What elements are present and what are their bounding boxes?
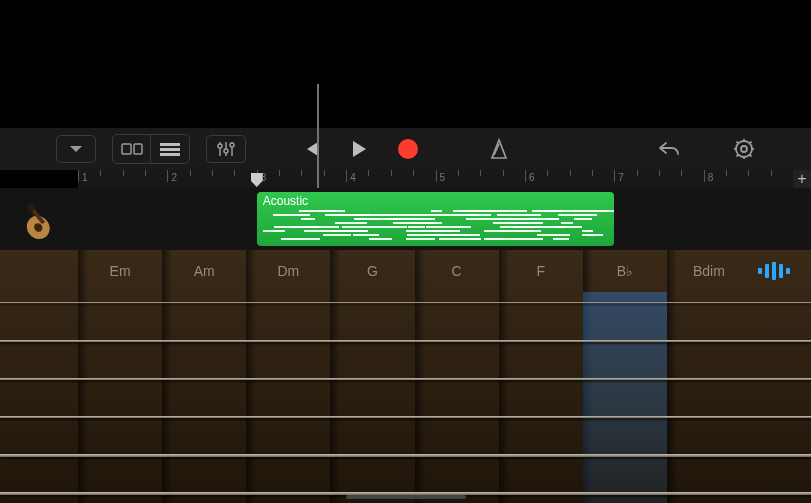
svg-line-18 [737, 142, 739, 144]
track-header-guitar[interactable] [0, 188, 78, 250]
chord-label: C [452, 263, 462, 279]
chord-button-f[interactable]: F [499, 250, 583, 292]
svg-line-20 [750, 142, 752, 144]
chord-label: Em [110, 263, 131, 279]
guitar-icon [11, 191, 67, 247]
chord-label: Dm [277, 263, 299, 279]
chord-button-am[interactable]: Am [162, 250, 246, 292]
chord-label: G [367, 263, 378, 279]
svg-rect-2 [160, 143, 180, 146]
chord-label: Am [194, 263, 215, 279]
instrument-view-button[interactable] [113, 135, 151, 163]
metronome-button[interactable] [488, 138, 510, 160]
play-button[interactable] [350, 139, 368, 159]
string-3[interactable] [0, 378, 811, 380]
chord-label: F [536, 263, 545, 279]
toolbar [0, 128, 811, 170]
bar-number: 8 [708, 172, 714, 183]
tracks-view-button[interactable] [151, 135, 189, 163]
bar-number: 7 [618, 172, 624, 183]
string-1[interactable] [0, 302, 811, 303]
svg-point-10 [230, 143, 234, 147]
chord-strip: EmAmDmGCFB♭Bdim [0, 250, 811, 292]
track-controls-button[interactable] [206, 135, 246, 163]
chord-button-bdim[interactable]: Bdim [667, 250, 751, 292]
chord-strip-spacer [0, 250, 78, 292]
settings-button[interactable] [733, 138, 755, 160]
browser-menu-button[interactable] [56, 135, 96, 163]
transport-controls [302, 138, 510, 160]
midi-region-acoustic[interactable]: Acoustic [257, 192, 615, 246]
home-indicator [346, 495, 466, 499]
chord-button-em[interactable]: Em [78, 250, 162, 292]
chord-button-g[interactable]: G [330, 250, 414, 292]
undo-button[interactable] [657, 139, 681, 159]
chord-label: Bdim [693, 263, 725, 279]
fretboard: EmAmDmGCFB♭Bdim [0, 250, 811, 503]
svg-line-19 [750, 155, 752, 157]
add-section-button[interactable]: + [793, 170, 811, 188]
track-area: Acoustic [0, 188, 811, 250]
string-4[interactable] [0, 416, 811, 418]
midi-notes-preview [263, 210, 609, 242]
svg-point-8 [224, 149, 228, 153]
region-label: Acoustic [263, 194, 308, 208]
active-chord-highlight [583, 292, 667, 503]
timeline-ruler[interactable]: 12345678 [78, 170, 793, 188]
bar-number: 2 [171, 172, 177, 183]
svg-line-21 [737, 155, 739, 157]
record-icon [398, 139, 418, 159]
record-button[interactable] [398, 139, 418, 159]
svg-rect-3 [160, 148, 180, 151]
svg-point-6 [218, 144, 222, 148]
view-switcher [112, 134, 190, 164]
chord-button-dm[interactable]: Dm [246, 250, 330, 292]
svg-point-13 [741, 146, 747, 152]
chord-button-c[interactable]: C [415, 250, 499, 292]
string-2[interactable] [0, 340, 811, 342]
svg-rect-1 [134, 144, 142, 154]
svg-rect-4 [160, 153, 180, 156]
bar-number: 6 [529, 172, 535, 183]
bar-number: 1 [82, 172, 88, 183]
bar-number: 4 [350, 172, 356, 183]
chord-button-bb[interactable]: B♭ [583, 250, 667, 292]
string-5[interactable] [0, 454, 811, 457]
svg-rect-0 [122, 144, 131, 154]
chord-label: B♭ [617, 263, 633, 279]
autoplay-toggle[interactable] [751, 250, 811, 292]
callout-guideline [317, 84, 319, 188]
bar-number: 5 [440, 172, 446, 183]
